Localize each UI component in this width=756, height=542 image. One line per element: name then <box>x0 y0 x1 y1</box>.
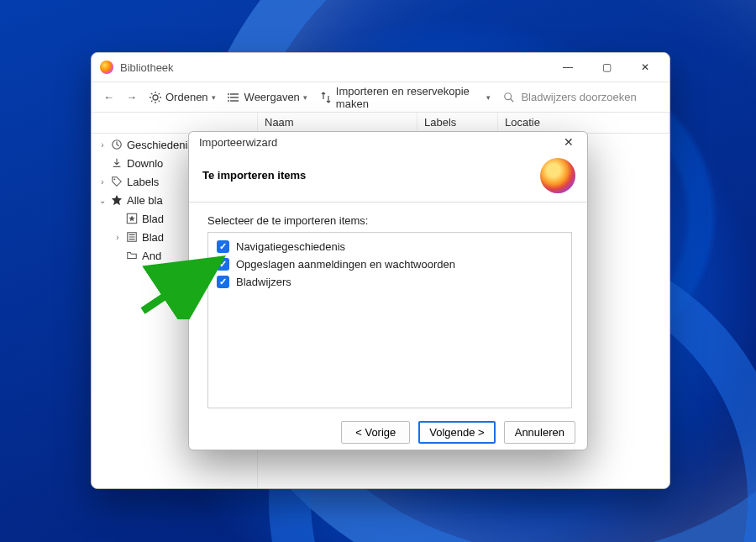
history-icon <box>110 138 123 151</box>
download-icon <box>110 156 123 170</box>
library-title: Bibliotheek <box>120 61 174 74</box>
wizard-header: Te importeren items <box>189 153 587 203</box>
views-menu[interactable]: Weergaven ▾ <box>223 87 312 108</box>
star-filled-icon <box>110 193 123 207</box>
bookmarks-list-icon <box>125 230 139 244</box>
wizard-heading: Te importeren items <box>202 169 306 182</box>
checkbox-checked-icon[interactable]: ✓ <box>217 276 229 288</box>
import-item-bookmarks[interactable]: ✓ Bladwijzers <box>215 273 564 291</box>
wizard-prompt: Selecteer de te importeren items: <box>207 214 572 227</box>
library-toolbar: ← → Ordenen ▾ Weergaven ▾ Importeren en … <box>92 82 669 112</box>
search-icon <box>502 91 516 104</box>
nav-forward-button[interactable]: → <box>121 87 142 107</box>
svg-point-6 <box>114 179 116 181</box>
import-export-icon <box>319 91 333 104</box>
star-box-icon <box>125 212 139 225</box>
svg-point-1 <box>228 93 229 95</box>
library-titlebar[interactable]: Bibliotheek ― ▢ ✕ <box>92 53 669 82</box>
svg-point-2 <box>228 97 229 98</box>
wizard-window-title: Importeerwizard <box>199 136 277 149</box>
import-backup-menu[interactable]: Importeren en reservekopie maken ▾ <box>314 82 496 113</box>
minimize-button[interactable]: ― <box>549 55 587 80</box>
wizard-titlebar[interactable]: Importeerwizard ✕ <box>189 132 587 153</box>
maximize-button[interactable]: ▢ <box>587 55 626 80</box>
wizard-cancel-button[interactable]: Annuleren <box>504 421 575 444</box>
tag-icon <box>110 175 123 188</box>
wizard-close-button[interactable]: ✕ <box>557 132 580 152</box>
import-wizard-dialog: Importeerwizard ✕ Te importeren items Se… <box>188 131 588 450</box>
import-item-logins[interactable]: ✓ Opgeslagen aanmeldingen en wachtwoorde… <box>215 255 564 273</box>
column-location[interactable]: Locatie <box>498 113 669 133</box>
svg-point-0 <box>153 95 158 100</box>
wizard-items-list: ✓ Navigatiegeschiedenis ✓ Opgeslagen aan… <box>207 232 572 408</box>
folder-icon <box>125 249 139 262</box>
svg-point-3 <box>228 100 229 102</box>
firefox-logo-icon <box>540 158 575 193</box>
wizard-back-button[interactable]: < Vorige <box>341 421 410 444</box>
nav-back-button[interactable]: ← <box>98 87 119 107</box>
import-item-history[interactable]: ✓ Navigatiegeschiedenis <box>215 238 564 255</box>
checkbox-checked-icon[interactable]: ✓ <box>217 240 229 253</box>
gear-icon <box>149 91 162 104</box>
list-icon <box>228 91 241 104</box>
checkbox-checked-icon[interactable]: ✓ <box>217 258 229 271</box>
search-input[interactable]: Bladwijzers doorzoeken <box>497 87 663 108</box>
column-name[interactable]: Naam <box>258 113 417 133</box>
wizard-next-button[interactable]: Volgende > <box>418 421 495 444</box>
organize-menu[interactable]: Ordenen ▾ <box>144 87 221 108</box>
firefox-icon <box>100 61 113 74</box>
search-placeholder: Bladwijzers doorzoeken <box>521 91 636 103</box>
close-button[interactable]: ✕ <box>626 55 664 80</box>
wizard-footer: < Vorige Volgende > Annuleren <box>189 415 587 450</box>
column-labels[interactable]: Labels <box>417 113 498 133</box>
svg-point-4 <box>505 92 512 99</box>
